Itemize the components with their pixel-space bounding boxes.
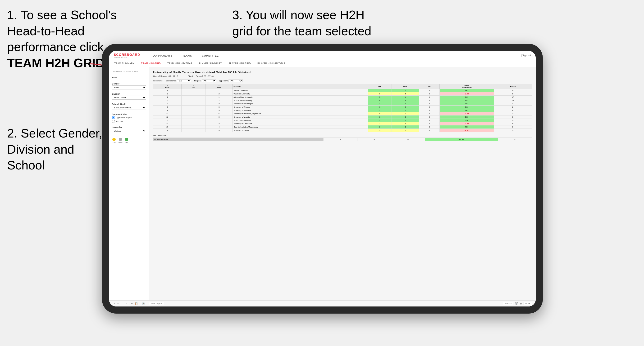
cell-win: 2 bbox=[368, 89, 392, 92]
out-cell-diff: 26.00 bbox=[425, 138, 498, 141]
cell-rank: 13 bbox=[153, 119, 182, 122]
cell-opponent: University of Oklahoma bbox=[232, 122, 368, 125]
tablet-device: SCOREBOARD Powered by clippi TOURNAMENTS… bbox=[102, 44, 543, 314]
cell-rounds: 8 bbox=[494, 109, 532, 112]
cell-loss: 4 bbox=[392, 92, 419, 96]
cell-diff: -1.00 bbox=[440, 122, 494, 125]
tab-team-h2h-grid[interactable]: TEAM H2H GRID bbox=[140, 61, 161, 66]
region-filter-select[interactable]: (All) bbox=[202, 79, 216, 82]
main-content: Last Updated: 27/03/2024 16:55:38 Team G… bbox=[109, 67, 536, 300]
cell-rounds: 9 bbox=[494, 89, 532, 92]
cell-opponent: Arizona State University bbox=[232, 96, 368, 99]
opponent-filter-label: Opponent bbox=[219, 80, 228, 82]
instruction-step2: 2. Select Gender, Division and School bbox=[7, 125, 114, 173]
col-diff: Diff AvStrokes/Rnd bbox=[440, 84, 494, 89]
tab-team-summary[interactable]: TEAM SUMMARY bbox=[114, 61, 135, 66]
cell-win: 0 bbox=[368, 92, 392, 96]
sidebar-colour-section: Colour by Win/loss bbox=[112, 126, 146, 133]
cell-rank: 12 bbox=[153, 116, 182, 119]
cell-opponent: University of Arkansas, Fayetteville bbox=[232, 112, 368, 116]
undo-icon[interactable]: ↺ bbox=[113, 302, 115, 305]
cell-rounds: 3 bbox=[494, 102, 532, 106]
cell-loss: 0 bbox=[392, 109, 419, 112]
cell-rank: 2 bbox=[153, 89, 182, 92]
out-cell-tie: 0 bbox=[391, 138, 425, 141]
tab-player-h2h-grid[interactable]: PLAYER H2H GRID bbox=[228, 61, 251, 66]
cell-reg bbox=[182, 109, 206, 112]
cell-rank: 8 bbox=[153, 102, 182, 106]
sign-out-link[interactable]: | Sign out bbox=[521, 54, 531, 57]
nav-teams[interactable]: TEAMS bbox=[181, 53, 193, 58]
cell-rounds: 9 bbox=[494, 129, 532, 132]
cell-loss: 0 bbox=[392, 125, 419, 129]
cell-reg bbox=[182, 102, 206, 106]
tablet-screen: SCOREBOARD Powered by clippi TOURNAMENTS… bbox=[109, 51, 536, 307]
clock-icon[interactable]: 🕐 bbox=[142, 302, 145, 305]
share-button[interactable]: Share bbox=[524, 302, 532, 305]
sub-nav: TEAM SUMMARY TEAM H2H GRID TEAM H2H HEAT… bbox=[109, 60, 536, 67]
nav-committee[interactable]: COMMITTEE bbox=[200, 53, 220, 58]
cell-loss: 0 bbox=[392, 116, 419, 119]
cell-diff: 2.33 bbox=[440, 116, 494, 119]
region-filter-group: Region (All) bbox=[194, 79, 216, 82]
cell-conf: 2 bbox=[206, 92, 232, 96]
grid-icon[interactable]: ⊞ bbox=[520, 302, 522, 305]
cell-reg bbox=[182, 116, 206, 119]
out-cell-division: NCAA Division II bbox=[153, 138, 324, 141]
grid-area: University of North Carolina Head-to-Hea… bbox=[149, 67, 536, 300]
cell-tie: 0 bbox=[419, 106, 440, 109]
cell-rounds: 9 bbox=[494, 122, 532, 125]
radio-opponents-played[interactable]: Opponents Played bbox=[112, 116, 146, 119]
cell-win: 6 bbox=[368, 125, 392, 129]
cell-diff: 4.50 bbox=[440, 125, 494, 129]
logo: SCOREBOARD Powered by clippi bbox=[114, 53, 140, 58]
sidebar: Last Updated: 27/03/2024 16:55:38 Team G… bbox=[109, 67, 149, 300]
gender-select[interactable]: Men's bbox=[112, 85, 146, 89]
cell-reg bbox=[182, 119, 206, 122]
school-select[interactable]: 1. University of Nort... bbox=[112, 106, 146, 110]
cell-tie: 0 bbox=[419, 99, 440, 102]
watch-button[interactable]: Watch ▾ bbox=[503, 302, 513, 305]
conference-filter-select[interactable]: (All) bbox=[177, 79, 191, 82]
cell-reg bbox=[182, 106, 206, 109]
cell-win: 1 bbox=[368, 116, 392, 119]
cell-tie: 0 bbox=[419, 89, 440, 92]
tab-player-h2h-heatmap[interactable]: PLAYER H2H HEATMAP bbox=[257, 61, 286, 66]
tab-player-summary[interactable]: PLAYER SUMMARY bbox=[199, 61, 222, 66]
colour-select[interactable]: Win/loss bbox=[112, 129, 146, 133]
col-reg: #Reg bbox=[182, 84, 206, 89]
comment-icon[interactable]: 💬 bbox=[515, 302, 518, 305]
cell-reg bbox=[182, 96, 206, 99]
cell-reg bbox=[182, 99, 206, 102]
forward-icon[interactable]: → bbox=[125, 302, 127, 305]
col-rounds: Rounds bbox=[494, 84, 532, 89]
sidebar-opponent-view-section: Opponent View Opponents Played Top 100 bbox=[112, 113, 146, 123]
redo-icon[interactable]: ↻ bbox=[116, 302, 118, 305]
cell-rank: 14 bbox=[153, 122, 182, 125]
paste-icon[interactable]: 📋 bbox=[135, 302, 138, 305]
opponent-view-radio-group: Opponents Played Top 100 bbox=[112, 116, 146, 123]
out-cell-loss: 0 bbox=[357, 138, 391, 141]
cell-loss: 1 bbox=[392, 89, 419, 92]
cell-tie: 0 bbox=[419, 122, 440, 125]
division-select[interactable]: NCAA Division I bbox=[112, 96, 146, 100]
copy-icon[interactable]: ⧉ bbox=[131, 302, 133, 305]
cell-win: 5 bbox=[368, 96, 392, 99]
col-rank: #Rank bbox=[153, 84, 182, 89]
col-win: Win bbox=[368, 84, 392, 89]
sidebar-team-section: Team bbox=[112, 76, 146, 79]
cell-win: 3 bbox=[368, 119, 392, 122]
opponent-filter-select[interactable]: (All) bbox=[228, 79, 243, 82]
view-original-button[interactable]: View: Original bbox=[149, 302, 164, 305]
opponent-filter-group: Opponent (All) bbox=[219, 79, 243, 82]
cell-win: 1 bbox=[368, 102, 392, 106]
cell-reg bbox=[182, 92, 206, 96]
cell-win: 1 bbox=[368, 106, 392, 109]
cell-rank: 16 bbox=[153, 129, 182, 132]
sidebar-school-section: School (Rank) 1. University of Nort... bbox=[112, 103, 146, 110]
tab-team-h2h-heatmap[interactable]: TEAM H2H HEATMAP bbox=[167, 61, 193, 66]
nav-tournaments[interactable]: TOURNAMENTS bbox=[150, 53, 174, 58]
back-icon[interactable]: ← bbox=[120, 302, 123, 305]
radio-top100[interactable]: Top 100 bbox=[112, 120, 146, 123]
conference-filter-label: Conference bbox=[166, 80, 176, 82]
